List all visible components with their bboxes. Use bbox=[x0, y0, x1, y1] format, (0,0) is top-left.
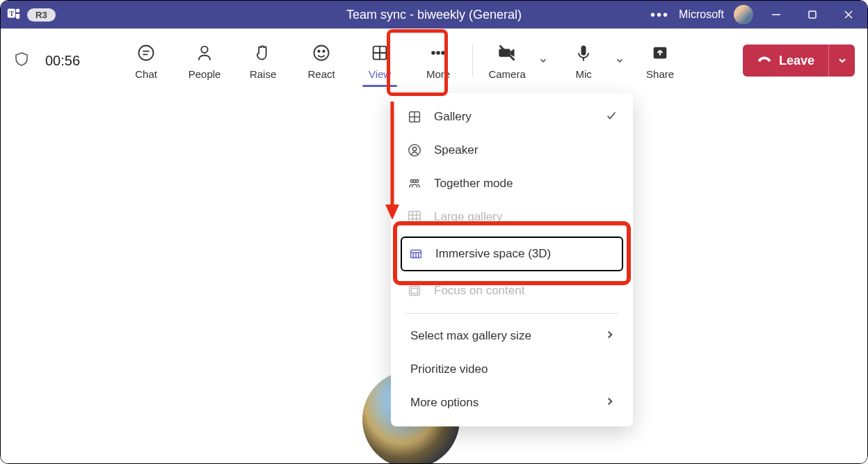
menu-item-focus: Focus on content bbox=[391, 274, 633, 307]
svg-text:T: T bbox=[10, 10, 15, 17]
menu-label: Immersive space (3D) bbox=[435, 247, 551, 261]
mic-button[interactable]: Mic bbox=[556, 33, 611, 88]
react-icon bbox=[312, 42, 331, 64]
react-label: React bbox=[307, 68, 335, 80]
call-timer: 00:56 bbox=[45, 53, 80, 69]
title-bar: T R3 Team sync - biweekly (General) ••• … bbox=[1, 1, 867, 29]
chat-label: Chat bbox=[135, 68, 157, 80]
menu-item-prioritize[interactable]: Prioritize video bbox=[391, 353, 633, 386]
camera-off-icon bbox=[497, 42, 517, 64]
react-button[interactable]: React bbox=[294, 33, 348, 88]
raise-label: Raise bbox=[250, 68, 276, 80]
large-gallery-icon bbox=[406, 209, 423, 225]
people-button[interactable]: People bbox=[177, 33, 232, 88]
view-button[interactable]: View bbox=[353, 33, 407, 88]
svg-point-10 bbox=[201, 46, 207, 52]
meeting-title: Team sync - biweekly (General) bbox=[346, 8, 522, 22]
menu-label: More options bbox=[410, 396, 479, 410]
svg-point-28 bbox=[412, 147, 417, 151]
chat-button[interactable]: Chat bbox=[119, 33, 173, 88]
share-button[interactable]: Share bbox=[633, 33, 687, 88]
svg-point-13 bbox=[323, 50, 324, 51]
menu-label: Together mode bbox=[434, 177, 513, 191]
toolbar-divider bbox=[472, 45, 473, 77]
camera-button[interactable]: Camera bbox=[480, 33, 534, 88]
minimize-button[interactable] bbox=[763, 1, 789, 29]
menu-label: Focus on content bbox=[434, 284, 524, 298]
more-button[interactable]: More bbox=[411, 33, 465, 88]
view-menu: Gallery Speaker Together mode Large gall… bbox=[391, 93, 633, 426]
svg-point-18 bbox=[437, 51, 440, 54]
together-icon bbox=[406, 176, 423, 191]
more-icon bbox=[428, 42, 448, 64]
svg-rect-32 bbox=[409, 211, 421, 223]
more-settings-icon[interactable]: ••• bbox=[650, 7, 669, 23]
menu-item-together[interactable]: Together mode bbox=[391, 167, 633, 200]
menu-label: Large gallery bbox=[434, 210, 502, 224]
menu-item-large-gallery: Large gallery bbox=[391, 200, 633, 234]
menu-item-select-max[interactable]: Select max gallery size bbox=[391, 319, 633, 353]
build-badge: R3 bbox=[27, 8, 56, 22]
gallery-icon bbox=[406, 109, 423, 125]
camera-label: Camera bbox=[488, 68, 525, 80]
svg-point-27 bbox=[409, 145, 421, 157]
immersive-icon bbox=[408, 246, 424, 262]
more-label: More bbox=[426, 68, 450, 80]
svg-point-19 bbox=[442, 51, 444, 54]
leave-chevron[interactable] bbox=[828, 45, 855, 77]
menu-separator bbox=[405, 313, 619, 314]
chevron-right-icon bbox=[604, 395, 616, 411]
close-button[interactable] bbox=[835, 1, 862, 29]
view-icon bbox=[370, 42, 389, 64]
leave-button[interactable]: Leave bbox=[743, 45, 855, 77]
camera-chevron[interactable] bbox=[534, 33, 552, 88]
focus-icon bbox=[406, 283, 423, 298]
svg-point-31 bbox=[413, 179, 416, 182]
chevron-right-icon bbox=[604, 328, 616, 344]
people-icon bbox=[195, 42, 214, 64]
leave-label: Leave bbox=[779, 54, 814, 68]
svg-point-12 bbox=[318, 50, 319, 51]
view-label: View bbox=[369, 68, 391, 80]
avatar[interactable] bbox=[734, 5, 753, 24]
menu-item-immersive[interactable]: Immersive space (3D) bbox=[401, 237, 623, 271]
svg-rect-4 bbox=[809, 11, 816, 18]
meeting-toolbar: 00:56 Chat People Raise React View bbox=[1, 29, 867, 93]
share-label: Share bbox=[646, 68, 674, 80]
shield-icon[interactable] bbox=[13, 51, 30, 70]
mic-chevron[interactable] bbox=[611, 33, 629, 88]
people-label: People bbox=[188, 68, 221, 80]
menu-item-speaker[interactable]: Speaker bbox=[391, 134, 633, 167]
check-icon bbox=[605, 109, 618, 125]
mic-label: Mic bbox=[575, 68, 591, 80]
svg-point-17 bbox=[432, 51, 435, 54]
menu-label: Prioritize video bbox=[410, 362, 488, 376]
svg-rect-21 bbox=[581, 45, 586, 55]
teams-logo-icon: T bbox=[6, 6, 22, 24]
menu-label: Speaker bbox=[434, 143, 478, 157]
share-icon bbox=[650, 42, 670, 64]
menu-label: Gallery bbox=[434, 110, 472, 124]
mic-icon bbox=[574, 42, 593, 64]
menu-label: Select max gallery size bbox=[410, 329, 531, 343]
raise-button[interactable]: Raise bbox=[236, 33, 290, 88]
speaker-view-icon bbox=[406, 143, 423, 158]
menu-item-gallery[interactable]: Gallery bbox=[391, 100, 633, 134]
raise-hand-icon bbox=[253, 42, 273, 64]
chat-icon bbox=[136, 42, 156, 64]
svg-point-11 bbox=[314, 45, 329, 60]
org-name: Microsoft bbox=[679, 8, 724, 21]
maximize-button[interactable] bbox=[799, 1, 826, 29]
menu-item-more-options[interactable]: More options bbox=[391, 386, 633, 419]
svg-point-2 bbox=[16, 9, 20, 13]
svg-point-7 bbox=[139, 45, 154, 60]
svg-rect-43 bbox=[411, 288, 417, 293]
